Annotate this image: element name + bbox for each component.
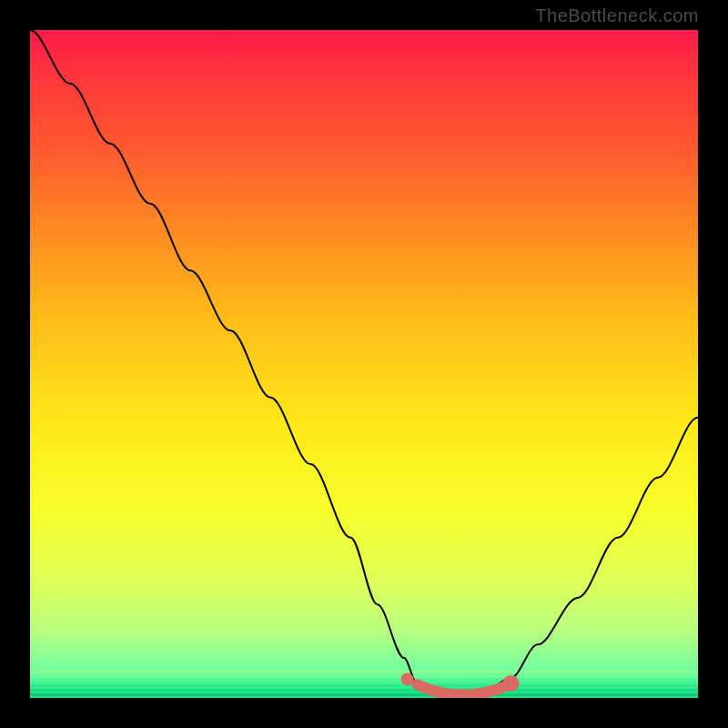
watermark-text: TheBottleneck.com [535, 5, 699, 26]
plot-area [30, 30, 698, 698]
chart-frame: TheBottleneck.com [0, 0, 728, 728]
heat-gradient-background [30, 30, 698, 698]
